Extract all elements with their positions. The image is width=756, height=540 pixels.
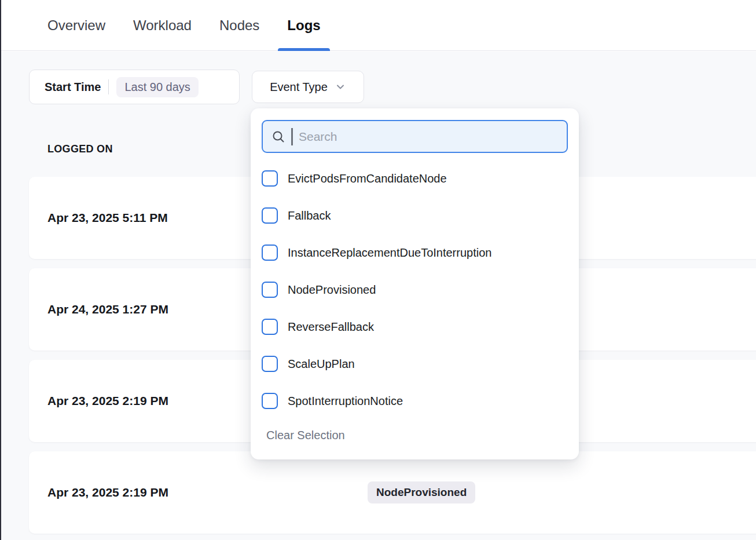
checkbox-icon[interactable] xyxy=(262,207,278,224)
checkbox-icon[interactable] xyxy=(262,245,278,261)
tab-nodes[interactable]: Nodes xyxy=(210,0,269,50)
tab-bar: Overview Workload Nodes Logs xyxy=(0,0,756,51)
logs-page: Overview Workload Nodes Logs Start Time … xyxy=(0,0,756,540)
checkbox-icon[interactable] xyxy=(262,170,278,187)
tab-logs[interactable]: Logs xyxy=(278,0,329,50)
column-header-logged-on: LOGGED ON xyxy=(47,143,113,155)
tab-nodes-label: Nodes xyxy=(219,17,259,34)
start-time-filter-value: Last 90 days xyxy=(116,77,198,97)
checkbox-icon[interactable] xyxy=(262,393,278,409)
option-label: EvictPodsFromCandidateNode xyxy=(288,172,447,185)
option-label: ScaleUpPlan xyxy=(288,357,355,371)
option-spotinterruptionnotice[interactable]: SpotInterruptionNotice xyxy=(251,382,579,419)
tab-workload[interactable]: Workload xyxy=(124,0,201,50)
filter-divider xyxy=(108,79,109,94)
checkbox-icon[interactable] xyxy=(262,356,278,372)
start-time-filter-button[interactable]: Start Time Last 90 days xyxy=(29,70,240,104)
logged-on-value: Apr 24, 2025 1:27 PM xyxy=(47,302,168,316)
event-type-filter-button[interactable]: Event Type xyxy=(252,71,364,103)
option-scaleupplan[interactable]: ScaleUpPlan xyxy=(251,345,579,382)
event-type-badge: NodeProvisioned xyxy=(368,481,475,503)
event-type-filter-label: Event Type xyxy=(270,81,328,94)
option-label: ReverseFallback xyxy=(288,320,374,334)
logged-on-value: Apr 23, 2025 2:19 PM xyxy=(47,486,168,499)
checkbox-icon[interactable] xyxy=(262,282,278,298)
magnifier-icon xyxy=(271,130,285,144)
option-evictpodsfromcandidatenode[interactable]: EvictPodsFromCandidateNode xyxy=(251,160,579,197)
chevron-down-icon xyxy=(335,81,346,93)
option-label: Fallback xyxy=(288,209,331,222)
start-time-filter-label: Start Time xyxy=(45,81,101,94)
logged-on-value: Apr 23, 2025 5:11 PM xyxy=(47,211,168,225)
option-label: InstanceReplacementDueToInterruption xyxy=(288,246,491,260)
option-instancereplacementduetointerruption[interactable]: InstanceReplacementDueToInterruption xyxy=(251,234,579,271)
logged-on-value: Apr 23, 2025 2:19 PM xyxy=(47,394,168,408)
option-label: NodeProvisioned xyxy=(288,283,376,297)
option-reversefallback[interactable]: ReverseFallback xyxy=(251,308,579,345)
option-label: SpotInterruptionNotice xyxy=(288,395,403,408)
left-edge-divider xyxy=(0,0,1,540)
text-cursor xyxy=(291,128,293,145)
search-input[interactable] xyxy=(299,130,558,144)
tab-overview[interactable]: Overview xyxy=(38,0,115,50)
active-tab-indicator xyxy=(278,48,329,51)
table-row[interactable]: Apr 23, 2025 2:19 PM NodeProvisioned xyxy=(29,451,756,534)
tab-workload-label: Workload xyxy=(133,17,192,34)
dropdown-search-field[interactable] xyxy=(262,120,568,153)
event-type-dropdown: EvictPodsFromCandidateNode Fallback Inst… xyxy=(251,108,579,459)
tab-overview-label: Overview xyxy=(47,17,105,34)
option-fallback[interactable]: Fallback xyxy=(251,197,579,234)
tab-logs-label: Logs xyxy=(287,17,320,34)
logs-content: Start Time Last 90 days Event Type LOGGE… xyxy=(0,52,756,540)
option-nodeprovisioned[interactable]: NodeProvisioned xyxy=(251,271,579,308)
clear-selection-button[interactable]: Clear Selection xyxy=(262,424,350,447)
checkbox-icon[interactable] xyxy=(262,319,278,335)
